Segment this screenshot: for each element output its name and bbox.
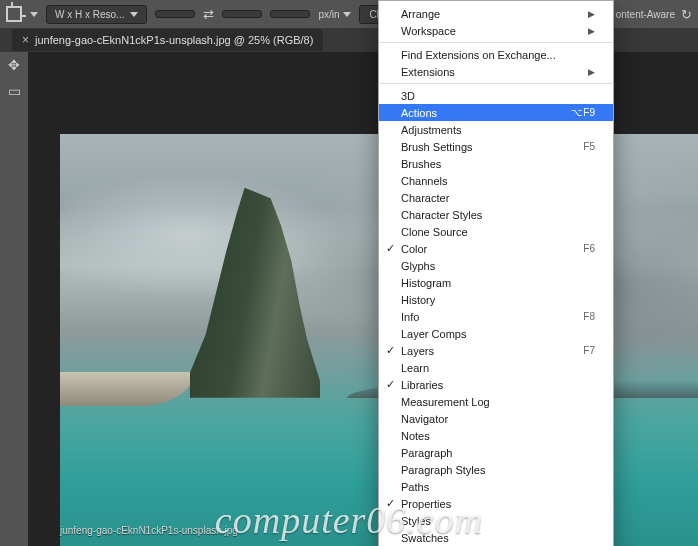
menu-item-paragraph-styles[interactable]: Paragraph Styles: [379, 461, 613, 478]
units-dropdown[interactable]: px/in: [318, 9, 350, 20]
crop-tool-icon[interactable]: [6, 6, 22, 22]
shortcut: F6: [583, 243, 595, 254]
menu-item-adjustments[interactable]: Adjustments: [379, 121, 613, 138]
marquee-tool-icon[interactable]: ▭: [0, 78, 28, 104]
shortcut: F5: [583, 141, 595, 152]
menu-item-navigator[interactable]: Navigator: [379, 410, 613, 427]
menu-item-channels[interactable]: Channels: [379, 172, 613, 189]
shortcut: ⌥F9: [571, 107, 595, 118]
width-input[interactable]: [155, 10, 195, 18]
height-input[interactable]: [222, 10, 262, 18]
tab-title: junfeng-gao-cEknN1ckP1s-unsplash.jpg @ 2…: [35, 34, 313, 46]
menu-separator: [379, 42, 613, 43]
submenu-arrow-icon: ▶: [588, 9, 595, 19]
shortcut: F8: [583, 311, 595, 322]
menu-item-learn[interactable]: Learn: [379, 359, 613, 376]
ratio-label: W x H x Reso...: [55, 9, 124, 20]
check-icon: ✓: [386, 242, 395, 255]
tools-panel: ✥ ▭: [0, 52, 28, 546]
menu-item-character[interactable]: Character: [379, 189, 613, 206]
check-icon: ✓: [386, 378, 395, 391]
menu-item-character-styles[interactable]: Character Styles: [379, 206, 613, 223]
resolution-input[interactable]: [270, 10, 310, 18]
menu-item-layers[interactable]: ✓LayersF7: [379, 342, 613, 359]
tool-preset-caret-icon[interactable]: [30, 12, 38, 17]
menu-item-3d[interactable]: 3D: [379, 87, 613, 104]
chevron-down-icon: [130, 12, 138, 17]
fill-fragment: ontent-Aware ↻: [616, 7, 692, 22]
units-label: px/in: [318, 9, 339, 20]
menu-item-brush-settings[interactable]: Brush SettingsF5: [379, 138, 613, 155]
shortcut: F7: [583, 345, 595, 356]
move-tool-icon[interactable]: ✥: [0, 52, 28, 78]
window-menu: Arrange▶ Workspace▶ Find Extensions on E…: [378, 0, 614, 546]
menu-item-swatches[interactable]: Swatches: [379, 529, 613, 546]
menu-item-paragraph[interactable]: Paragraph: [379, 444, 613, 461]
menu-item-find-extensions[interactable]: Find Extensions on Exchange...: [379, 46, 613, 63]
swap-dimensions-icon[interactable]: ⇄: [203, 7, 214, 22]
reset-icon[interactable]: ↻: [681, 7, 692, 22]
submenu-arrow-icon: ▶: [588, 26, 595, 36]
menu-item-glyphs[interactable]: Glyphs: [379, 257, 613, 274]
menu-item-paths[interactable]: Paths: [379, 478, 613, 495]
fill-label: ontent-Aware: [616, 9, 675, 20]
menu-item-workspace[interactable]: Workspace▶: [379, 22, 613, 39]
chevron-down-icon: [343, 12, 351, 17]
menu-item-clone-source[interactable]: Clone Source: [379, 223, 613, 240]
submenu-arrow-icon: ▶: [588, 67, 595, 77]
menu-item-extensions[interactable]: Extensions▶: [379, 63, 613, 80]
menu-item-libraries[interactable]: ✓Libraries: [379, 376, 613, 393]
menu-item-info[interactable]: InfoF8: [379, 308, 613, 325]
close-icon[interactable]: ×: [22, 33, 29, 47]
menu-item-styles[interactable]: Styles: [379, 512, 613, 529]
menu-item-notes[interactable]: Notes: [379, 427, 613, 444]
beach: [60, 372, 194, 406]
document-tab[interactable]: × junfeng-gao-cEknN1ckP1s-unsplash.jpg @…: [12, 29, 323, 51]
menu-item-brushes[interactable]: Brushes: [379, 155, 613, 172]
menu-item-properties[interactable]: ✓Properties: [379, 495, 613, 512]
menu-item-measurement-log[interactable]: Measurement Log: [379, 393, 613, 410]
menu-separator: [379, 83, 613, 84]
menu-item-color[interactable]: ✓ColorF6: [379, 240, 613, 257]
check-icon: ✓: [386, 497, 395, 510]
check-icon: ✓: [386, 344, 395, 357]
ratio-dropdown[interactable]: W x H x Reso...: [46, 5, 147, 24]
menu-item-actions[interactable]: Actions⌥F9: [379, 104, 613, 121]
footer-filename: junfeng-gao-cEknN1ckP1s-unsplash.jpg: [60, 525, 238, 536]
menu-item-history[interactable]: History: [379, 291, 613, 308]
menu-item-histogram[interactable]: Histogram: [379, 274, 613, 291]
menu-item-arrange[interactable]: Arrange▶: [379, 5, 613, 22]
menu-item-layer-comps[interactable]: Layer Comps: [379, 325, 613, 342]
